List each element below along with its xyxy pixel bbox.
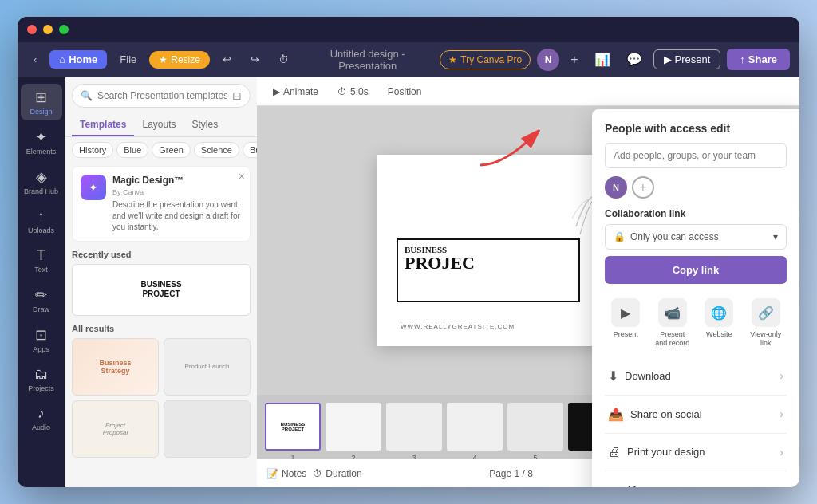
thumb-slide-3[interactable]: 3 [386, 403, 442, 451]
magic-card-title: Magic Design™ [112, 175, 242, 186]
share-opt-website[interactable]: 🌐 Website [698, 293, 740, 352]
print-icon: 🖨 [608, 445, 621, 459]
share-opt-viewonly[interactable]: 🔗 View-only link [745, 293, 787, 352]
animate-button[interactable]: ▶ Animate [266, 83, 325, 100]
template-business-project[interactable]: BUSINESSPROJECT [72, 264, 251, 316]
duration-bottom-label: Duration [326, 468, 361, 479]
copy-link-button[interactable]: Copy link [605, 256, 787, 284]
sidebar-item-draw[interactable]: ✏ Draw [21, 282, 62, 318]
website-opt-icon: 🌐 [705, 298, 733, 327]
brandhub-label: Brand Hub [24, 187, 58, 195]
duration-value: 5.0s [350, 86, 369, 97]
file-button[interactable]: File [113, 50, 143, 69]
elements-icon: ✦ [35, 128, 47, 146]
home-button[interactable]: ⌂ Home [49, 50, 107, 69]
animate-label: Animate [283, 86, 318, 97]
duration-bottom-button[interactable]: ⏱ Duration [313, 468, 361, 479]
access-dropdown[interactable]: 🔒 Only you can access ▾ [605, 224, 787, 250]
sidebar-item-uploads[interactable]: ↑ Uploads [21, 203, 62, 239]
sidebar-icons: ⊞ Design ✦ Elements ◈ Brand Hub ↑ Upload… [18, 77, 65, 487]
share-heading: People with access edit [605, 122, 787, 135]
traffic-light-yellow[interactable] [43, 25, 53, 34]
sidebar-item-design[interactable]: ⊞ Design [21, 84, 62, 120]
undo-button[interactable]: ↩ [216, 50, 238, 69]
chip-science[interactable]: Science [194, 142, 239, 158]
text-label: Text [34, 266, 48, 274]
collab-avatars: N + [605, 176, 787, 199]
position-label: Position [388, 86, 422, 97]
back-button[interactable]: ‹ [27, 50, 43, 69]
share-button[interactable]: ↑ Share [727, 49, 790, 70]
audio-icon: ♪ [37, 405, 45, 422]
uploads-icon: ↑ [37, 208, 45, 225]
design-label: Design [30, 108, 52, 116]
tab-styles[interactable]: Styles [184, 114, 227, 136]
present-button[interactable]: ▶ Present [653, 49, 721, 69]
sidebar-item-audio[interactable]: ♪ Audio [21, 400, 62, 436]
action-download[interactable]: ⬇ Download › [605, 362, 787, 390]
toolbar: ‹ ⌂ Home File ★ Resize ↩ ↪ ⏱ Untitled de… [18, 42, 799, 77]
text-icon: T [37, 247, 45, 264]
filter-icon[interactable]: ⊟ [232, 89, 242, 102]
chart-button[interactable]: 📊 [590, 49, 615, 70]
thumb-slide-2[interactable]: 2 [326, 403, 381, 451]
chip-history[interactable]: History [72, 142, 113, 158]
star-icon: ★ [159, 54, 168, 65]
notes-button[interactable]: 📝 Notes [266, 468, 306, 479]
add-people-input[interactable] [605, 143, 787, 168]
tab-layouts[interactable]: Layouts [134, 114, 184, 136]
avatar-initial: N [545, 54, 552, 65]
resize-button[interactable]: ★ Resize [149, 51, 210, 69]
thumb-slide-4[interactable]: 4 [447, 403, 503, 451]
template-project2[interactable]: ProjectProposal [72, 400, 159, 458]
chip-bus[interactable]: Bus [243, 142, 257, 158]
tab-templates[interactable]: Templates [72, 114, 134, 136]
duration-button[interactable]: ⏱ 5.0s [331, 83, 375, 100]
magic-design-card: ✦ Magic Design™ By Canva Describe the pr… [72, 166, 251, 242]
history-button[interactable]: ⏱ [272, 50, 295, 69]
divider-3 [605, 471, 787, 471]
template-strategy[interactable]: BusinessStrategy [72, 338, 159, 396]
add-collaborator-button[interactable]: + [632, 176, 654, 199]
template-extra[interactable] [164, 400, 251, 458]
sidebar-item-apps[interactable]: ⊡ Apps [21, 321, 62, 358]
sidebar-item-elements[interactable]: ✦ Elements [21, 124, 62, 160]
sidebar-item-brandhub[interactable]: ◈ Brand Hub [21, 163, 62, 200]
sidebar-item-projects[interactable]: 🗂 Projects [21, 361, 62, 397]
redo-button[interactable]: ↪ [244, 50, 266, 69]
resize-label: Resize [171, 54, 200, 65]
all-results-label: All results [65, 319, 257, 335]
notes-label: Notes [282, 468, 306, 479]
action-more[interactable]: ••• More › [605, 476, 787, 487]
traffic-light-green[interactable] [59, 25, 69, 34]
action-social[interactable]: 📤 Share on social › [605, 400, 787, 428]
collaboration-link-section: Collaboration link 🔒 Only you can access… [605, 208, 787, 293]
duration-icon: ⏱ [313, 468, 322, 479]
template-launch[interactable]: Product Launch [164, 338, 251, 396]
record-opt-icon: 📹 [658, 298, 687, 327]
chip-green[interactable]: Green [152, 142, 191, 158]
add-person-button[interactable]: + [566, 49, 582, 70]
present-label: Present [675, 53, 711, 65]
sidebar-item-text[interactable]: T Text [21, 242, 62, 278]
home-label: Home [69, 53, 97, 65]
position-button[interactable]: Position [381, 83, 428, 100]
chip-blue[interactable]: Blue [116, 142, 148, 158]
share-opt-record[interactable]: 📹 Present and record [652, 293, 694, 352]
download-arrow: › [780, 369, 783, 382]
app-window: ‹ ⌂ Home File ★ Resize ↩ ↪ ⏱ Untitled de… [18, 17, 799, 487]
magic-card-close[interactable]: × [239, 170, 245, 183]
thumb-slide-1[interactable]: BUSINESSPROJECT 1 [265, 403, 321, 451]
present-icon: ▶ [664, 53, 672, 65]
traffic-light-red[interactable] [27, 25, 37, 34]
comments-button[interactable]: 💬 [622, 49, 647, 70]
try-canva-button[interactable]: ★ Try Canva Pro [440, 50, 531, 69]
avatar-button[interactable]: N [537, 49, 559, 71]
action-print[interactable]: 🖨 Print your design › [605, 439, 787, 466]
search-input[interactable] [97, 90, 227, 101]
access-option-text: Only you can access [630, 231, 719, 242]
design-icon: ⊞ [35, 89, 47, 106]
print-label: Print your design [627, 446, 705, 458]
share-opt-present[interactable]: ▶ Present [605, 293, 647, 352]
thumb-slide-5[interactable]: 5 [507, 403, 563, 451]
